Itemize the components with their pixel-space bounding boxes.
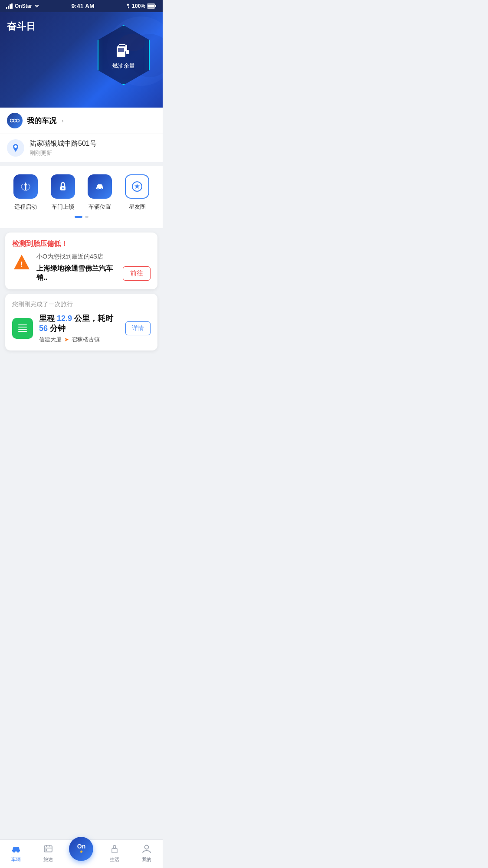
alert-body: ! 小O为您找到最近的4S店 上海绿地徐通雪佛兰汽车销.. 前往: [12, 253, 151, 282]
trip-distance: 12.9: [57, 314, 72, 323]
action-door-lock[interactable]: 车门上锁: [51, 174, 75, 211]
remote-start-icon-bg: [13, 174, 38, 199]
trip-stats: 里程 12.9 公里，耗时 56 分钟: [39, 314, 119, 334]
wifi-icon: [34, 3, 40, 9]
buick-logo: [7, 113, 23, 128]
trip-stats-text2: 公里，耗时: [74, 314, 113, 323]
svg-rect-0: [6, 7, 7, 9]
fuel-pump-icon: [114, 40, 133, 59]
location-update-time: 刚刚更新: [29, 149, 97, 157]
trip-to: 召稼楼古镇: [72, 336, 100, 344]
hero-section: 奋斗日 燃油余量: [0, 12, 163, 108]
action-car-location[interactable]: 车辆位置: [88, 174, 112, 211]
alert-title: 检测到胎压偏低！: [12, 239, 151, 249]
status-time: 9:41 AM: [72, 3, 95, 10]
action-label-remote-start: 远程启动: [14, 203, 37, 211]
svg-rect-2: [10, 4, 11, 9]
dot-active: [75, 216, 82, 218]
alert-sub-text: 小O为您找到最近的4S店: [36, 253, 151, 261]
svg-point-18: [16, 119, 20, 122]
trip-route: 信建大厦 ➤ 召稼楼古镇: [39, 336, 119, 344]
actions-grid: 远程启动 车门上锁 车辆位置: [7, 174, 156, 211]
action-label-star-circle: 星友圈: [129, 203, 146, 211]
quick-actions: 远程启动 车门上锁 车辆位置: [0, 166, 163, 228]
alert-card: 检测到胎压偏低！ ! 小O为您找到最近的4S店 上海绿地徐通雪佛兰汽车销.. 前…: [5, 233, 157, 289]
trip-stats-text3: 分钟: [50, 324, 66, 333]
warning-triangle-icon: !: [12, 253, 31, 272]
goto-button[interactable]: 前往: [123, 266, 151, 281]
car-location-icon: [11, 143, 20, 153]
fuel-hex[interactable]: 燃油余量: [98, 25, 150, 85]
trip-info: 里程 12.9 公里，耗时 56 分钟 信建大厦 ➤ 召稼楼古镇: [39, 314, 119, 344]
hero-title: 奋斗日: [7, 20, 36, 33]
location-address: 陆家嘴银城中路501号: [29, 139, 97, 148]
svg-rect-13: [126, 50, 129, 54]
battery-text: 100%: [132, 3, 145, 9]
svg-rect-28: [18, 327, 27, 328]
status-left: OnStar: [6, 3, 40, 9]
svg-point-19: [14, 145, 17, 148]
alert-content: 小O为您找到最近的4S店 上海绿地徐通雪佛兰汽车销.. 前往: [36, 253, 151, 282]
buick-emblem: [10, 117, 20, 124]
svg-rect-6: [155, 5, 156, 7]
action-label-car-location: 车辆位置: [88, 203, 111, 211]
trip-body: 里程 12.9 公里，耗时 56 分钟 信建大厦 ➤ 召稼楼古镇 详情: [12, 314, 151, 344]
signal-icon: [6, 3, 13, 9]
svg-text:!: !: [20, 260, 23, 269]
fuel-label: 燃油余量: [112, 62, 135, 70]
svg-rect-11: [118, 48, 124, 52]
warning-icon-wrap: !: [12, 253, 31, 272]
svg-rect-31: [18, 324, 27, 325]
door-lock-icon: [57, 180, 69, 193]
svg-point-22: [62, 187, 64, 189]
alert-shop-row: 上海绿地徐通雪佛兰汽车销.. 前往: [36, 264, 151, 282]
action-label-door-lock: 车门上锁: [52, 203, 74, 211]
svg-rect-29: [18, 329, 27, 330]
svg-rect-1: [8, 6, 9, 9]
svg-rect-3: [11, 3, 13, 9]
svg-point-16: [10, 119, 13, 122]
svg-point-24: [97, 188, 99, 190]
door-lock-icon-bg: [51, 174, 75, 199]
trip-arrow-icon: ➤: [64, 336, 69, 343]
trip-header: 您刚刚完成了一次旅行: [12, 301, 151, 308]
car-position-icon: [94, 180, 106, 193]
trip-from: 信建大厦: [39, 336, 62, 344]
carousel-dots: [7, 211, 156, 221]
location-section: 陆家嘴银城中路501号 刚刚更新: [0, 134, 163, 162]
svg-rect-30: [18, 331, 27, 332]
svg-point-17: [13, 119, 16, 122]
trip-duration: 56: [39, 324, 48, 333]
trip-card: 您刚刚完成了一次旅行 里程 12.9 公里，耗时 56 分钟 信建大厦 ➤ 召稼…: [5, 294, 157, 350]
status-right: 100%: [126, 3, 157, 9]
bluetooth-icon: [126, 3, 130, 9]
svg-rect-20: [25, 185, 26, 190]
trip-route-icon: [16, 322, 29, 334]
remote-start-icon: [20, 180, 32, 193]
car-status-section[interactable]: 我的车况 ›: [0, 108, 163, 134]
status-bar: OnStar 9:41 AM 100%: [0, 0, 163, 12]
svg-point-25: [101, 188, 102, 190]
trip-detail-button[interactable]: 详情: [125, 321, 151, 335]
svg-rect-5: [147, 5, 154, 8]
carrier-label: OnStar: [15, 3, 32, 9]
action-remote-start[interactable]: 远程启动: [13, 174, 38, 211]
location-info: 陆家嘴银城中路501号 刚刚更新: [29, 139, 97, 157]
alert-shop-name: 上海绿地徐通雪佛兰汽车销..: [36, 264, 119, 282]
star-circle-icon-bg: [125, 174, 149, 199]
trip-icon: [12, 318, 33, 339]
dot-inactive: [85, 216, 88, 218]
car-status-label: 我的车况: [27, 116, 56, 126]
car-location-icon-bg: [88, 174, 112, 199]
battery-icon: [147, 3, 157, 9]
action-star-circle[interactable]: 星友圈: [125, 174, 149, 211]
location-icon-wrap: [7, 139, 24, 157]
trip-stats-text1: 里程: [39, 314, 55, 323]
car-status-chevron: ›: [62, 117, 64, 124]
star-circle-icon: [131, 180, 143, 193]
